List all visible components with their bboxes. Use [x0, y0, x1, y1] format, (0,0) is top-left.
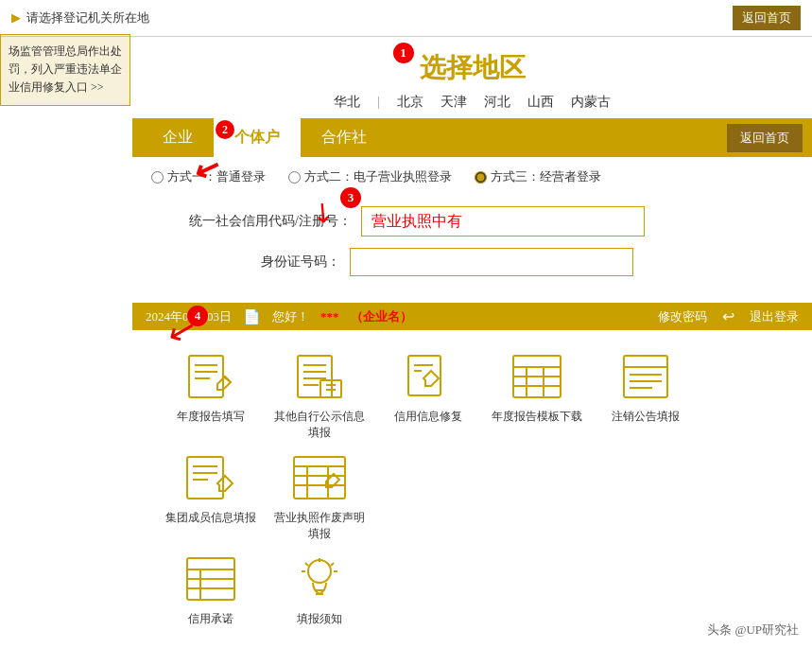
badge-2: 2	[216, 120, 234, 139]
logout-link[interactable]: 退出登录	[750, 308, 799, 325]
biz-statement-icon	[292, 453, 347, 502]
svg-rect-5	[298, 356, 332, 397]
icon-grid-container: ↙ 4 年度报告填写	[132, 330, 812, 637]
biz-statement-icon-box	[287, 450, 352, 505]
region-neimenggu[interactable]: 内蒙古	[571, 94, 611, 111]
icon-item-template-download[interactable]: 年度报告模板下载	[487, 349, 586, 441]
region-tianjin[interactable]: 天津	[441, 94, 467, 111]
template-download-icon	[510, 352, 564, 401]
svg-rect-27	[187, 457, 223, 499]
credit-fix-label: 信用信息修复	[394, 409, 462, 425]
cancel-notice-icon-box	[613, 349, 678, 404]
form-area: 3 ↘ 统一社会信用代码/注册号： 身份证号码：	[132, 197, 812, 303]
tab-individual[interactable]: 2 ↙ 个体户	[214, 118, 301, 157]
annual-report-icon-box	[179, 349, 243, 404]
status-bar: 2024年04月03日 📄 您好！ *** （企业名） 修改密码 ↩ 退出登录	[132, 303, 812, 330]
login-method-3-label: 方式三：经营者登录	[491, 168, 601, 185]
top-bar-notice: 请选择登记机关所在地	[26, 9, 149, 26]
other-info-icon-box	[287, 349, 352, 404]
group-member-icon-box	[179, 450, 243, 505]
fill-notice-icon	[292, 554, 347, 604]
svg-rect-0	[189, 356, 223, 397]
badge-3: 3	[340, 187, 361, 208]
login-method-2-label: 方式二：电子营业执照登录	[304, 168, 452, 185]
region-shanxi[interactable]: 山西	[527, 94, 554, 111]
credit-fix-icon-box	[396, 349, 460, 404]
top-bar: ▶ 请选择登记机关所在地 返回首页	[0, 0, 812, 37]
other-info-icon	[292, 352, 347, 401]
form-row-credit: 统一社会信用代码/注册号：	[189, 206, 755, 236]
tab-enterprise-label: 企业	[163, 129, 193, 145]
tab-cooperative-label: 合作社	[321, 129, 367, 145]
annual-report-label: 年度报告填写	[177, 409, 245, 425]
region-hebei[interactable]: 河北	[484, 94, 510, 111]
form-row-id: 身份证号码：	[189, 248, 755, 276]
cancel-notice-icon	[618, 352, 673, 401]
badge-1: 1	[393, 43, 414, 63]
credit-pledge-icon	[183, 554, 238, 604]
status-doc-icon: 📄	[243, 308, 261, 325]
side-notice-panel: 场监管管理总局作出处罚，列入严重违法单企业信用修复入口 >>	[0, 34, 130, 106]
icon-item-other-info[interactable]: 其他自行公示信息填报	[269, 349, 369, 441]
status-company: （企业名）	[351, 308, 412, 325]
fill-notice-icon-box	[287, 552, 352, 606]
radio-method-3[interactable]	[475, 171, 487, 184]
credit-fix-icon	[401, 352, 456, 401]
id-number-input[interactable]	[350, 248, 633, 276]
login-method-3[interactable]: 方式三：经营者登录	[475, 168, 601, 185]
fill-notice-label: 填报须知	[297, 611, 342, 627]
region-category[interactable]: 华北	[334, 94, 360, 111]
logout-icon: ↩	[722, 307, 734, 325]
svg-rect-22	[624, 356, 667, 397]
annual-report-icon	[183, 352, 238, 401]
region-beijing[interactable]: 北京	[397, 94, 423, 111]
credit-code-input[interactable]	[361, 206, 645, 236]
tab-cooperative[interactable]: 合作社	[301, 118, 388, 157]
group-member-label: 集团成员信息填报	[165, 510, 256, 526]
credit-pledge-label: 信用承诺	[188, 611, 233, 627]
template-download-label: 年度报告模板下载	[492, 409, 582, 425]
icon-item-credit-pledge[interactable]: 信用承诺	[161, 552, 260, 627]
radio-method-2[interactable]	[288, 171, 301, 184]
region-nav: 华北 | 北京 天津 河北 山西 内蒙古	[132, 94, 812, 111]
template-download-icon-box	[505, 349, 569, 404]
top-return-button[interactable]: 返回首页	[733, 6, 801, 30]
watermark: 头条 @UP研究社	[707, 622, 799, 639]
group-member-icon	[183, 453, 238, 502]
login-method-row: 方式一：普通登录 方式二：电子营业执照登录 方式三：经营者登录	[132, 157, 812, 197]
icon-item-fill-notice[interactable]: 填报须知	[269, 552, 369, 627]
tab-individual-label: 个体户	[234, 129, 280, 145]
radio-method-1[interactable]	[151, 171, 164, 184]
credit-pledge-icon-box	[179, 552, 243, 606]
icon-item-annual-report[interactable]: ↙ 4 年度报告填写	[161, 349, 260, 441]
region-header: 1 选择地区 华北 | 北京 天津 河北 山西 内蒙古	[132, 37, 812, 118]
icon-item-credit-fix[interactable]: 信用信息修复	[378, 349, 477, 441]
region-title: 选择地区	[420, 50, 526, 86]
status-bar-right: 修改密码 ↩ 退出登录	[658, 307, 799, 325]
svg-line-47	[331, 563, 334, 566]
biz-statement-label: 营业执照作废声明填报	[269, 510, 369, 542]
icon-grid: ↙ 4 年度报告填写	[132, 330, 812, 552]
svg-line-46	[305, 563, 308, 566]
badge-4: 4	[187, 306, 208, 326]
svg-point-42	[308, 560, 331, 583]
region-divider: |	[377, 95, 380, 110]
status-greeting: 您好！	[272, 308, 309, 325]
tab-return-button[interactable]: 返回首页	[727, 124, 803, 152]
icon-item-group-member[interactable]: 集团成员信息填报	[161, 450, 260, 542]
change-password-link[interactable]: 修改密码	[658, 308, 707, 325]
top-bar-arrow: ▶	[11, 10, 21, 26]
tab-bar: 企业 2 ↙ 个体户 合作社 返回首页	[132, 118, 812, 157]
icon-item-biz-statement[interactable]: 营业执照作废声明填报	[269, 450, 369, 542]
other-info-label: 其他自行公示信息填报	[269, 409, 369, 441]
cancel-notice-label: 注销公告填报	[612, 409, 680, 425]
login-method-2[interactable]: 方式二：电子营业执照登录	[288, 168, 452, 185]
form-label-id: 身份证号码：	[189, 254, 340, 271]
status-stars: ***	[320, 309, 339, 324]
icon-item-cancel-notice[interactable]: 注销公告填报	[596, 349, 695, 441]
side-notice-text: 场监管管理总局作出处罚，列入严重违法单企业信用修复入口 >>	[9, 44, 122, 94]
